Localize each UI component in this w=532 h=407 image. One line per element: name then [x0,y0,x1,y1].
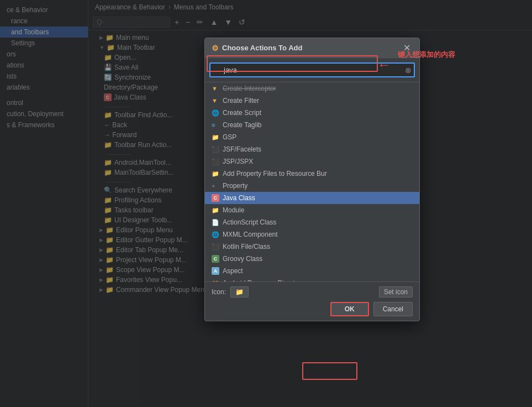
list-item-add-property-files[interactable]: 📁 Add Property Files to Resource Bur [205,168,419,180]
filter-icon-2: ▼ [212,97,219,104]
java-c-icon: C [212,194,219,202]
icon-label: Icon: [212,288,226,296]
modal-title: ⚙ Choose Actions To Add [212,44,302,53]
dialog-icon: ⚙ [212,44,219,53]
list-item-groovy[interactable]: C Groovy Class [205,253,419,265]
gsp-icon: 📁 [212,134,219,141]
list-item-mxml[interactable]: 🌐 MXML Component [205,228,419,241]
filter-icon: ▼ [212,85,219,92]
property-files-icon: 📁 [212,170,219,178]
browse-folder-icon: 📁 [235,288,244,296]
list-item-module[interactable]: 📁 Module [205,204,419,216]
ok-button[interactable]: OK [330,302,369,316]
search-wrapper: 🔍 ⊗ [209,62,415,77]
modal-search-input[interactable] [209,62,415,77]
choose-actions-dialog: ⚙ Choose Actions To Add ✕ 🔍 ⊗ ▼ Create I… [204,38,420,321]
modal-close-button[interactable]: ✕ [401,43,413,53]
list-item-android-resource[interactable]: 📁 Android Resource Directory [205,277,419,281]
jsf-icon: ⬛ [212,146,219,153]
list-item-create-filter[interactable]: ▼ Create Filter [205,95,419,107]
modal-actions-list: ▼ Create Interceptor ▼ Create Filter 🌐 C… [205,82,419,281]
list-item-create-script[interactable]: 🌐 Create Script [205,107,419,119]
browse-icon-button[interactable]: 📁 [230,286,249,298]
aspect-icon: A [212,267,219,275]
kotlin-icon: ⬛ [212,243,219,251]
set-icon-button[interactable]: Set icon [379,286,413,298]
list-item-aspect[interactable]: A Aspect [205,265,419,277]
list-item-create-interceptor[interactable]: ▼ Create Interceptor [205,82,419,95]
actionscript-icon: 📄 [212,219,219,226]
mxml-icon: 🌐 [212,231,219,238]
cancel-button[interactable]: Cancel [373,302,413,316]
list-item-java-class[interactable]: C Java Class [205,192,419,204]
plus-icon: + [212,182,219,189]
groovy-icon: C [212,255,219,263]
modal-clear-icon[interactable]: ⊗ [405,66,412,75]
modal-search-bar: 🔍 ⊗ [205,58,419,82]
icon-row: Icon: 📁 Set icon [212,286,413,298]
list-item-create-taglib[interactable]: ≡ Create Taglib [205,119,419,131]
modal-overlay: ⚙ Choose Actions To Add ✕ 🔍 ⊗ ▼ Create I… [0,0,532,407]
footer-buttons: OK Cancel [212,302,413,316]
taglib-icon: ≡ [212,122,219,128]
modal-footer: Icon: 📁 Set icon OK Cancel [205,281,419,321]
module-icon: 📁 [212,207,219,214]
list-item-jsf[interactable]: ⬛ JSF/Facelets [205,143,419,155]
list-item-jsp[interactable]: ⬛ JSP/JSPX [205,155,419,168]
script-icon: 🌐 [212,109,219,117]
jsp-icon: ⬛ [212,158,219,165]
list-item-property[interactable]: + Property [205,180,419,192]
modal-header: ⚙ Choose Actions To Add ✕ [205,38,419,58]
list-item-kotlin[interactable]: ⬛ Kotlin File/Class [205,241,419,253]
list-item-gsp[interactable]: 📁 GSP [205,131,419,143]
list-item-actionscript[interactable]: 📄 ActionScript Class [205,216,419,228]
